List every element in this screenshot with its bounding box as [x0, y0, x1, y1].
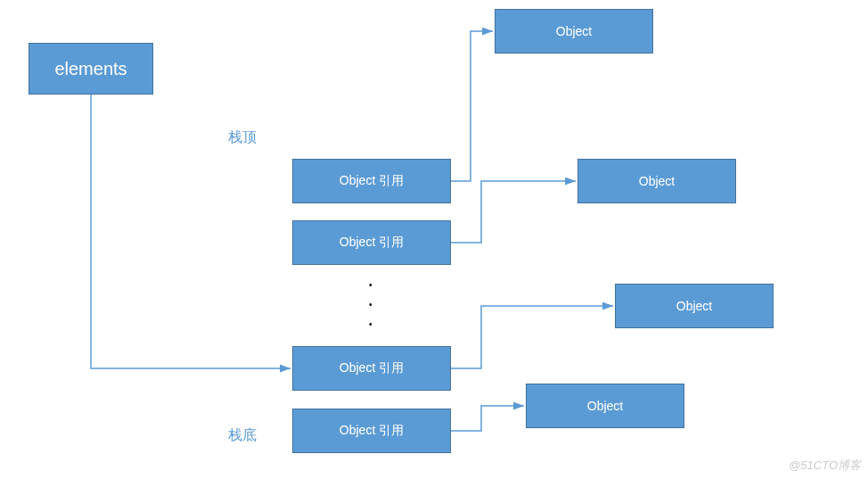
- object-node-1-text: Object: [556, 24, 592, 38]
- object-node-3: Object: [615, 284, 774, 328]
- elements-node: elements: [29, 43, 153, 95]
- object-node-1: Object: [495, 9, 653, 54]
- stack-top-label: 栈顶: [228, 128, 257, 147]
- stack-ref-4-text: Object 引用: [340, 423, 404, 439]
- object-node-2-text: Object: [639, 174, 675, 188]
- object-node-2: Object: [577, 159, 736, 203]
- object-node-4-text: Object: [587, 399, 623, 413]
- watermark: @51CTO博客: [789, 458, 861, 474]
- stack-bottom-label: 栈底: [228, 426, 257, 445]
- stack-ref-3: Object 引用: [292, 346, 451, 391]
- stack-ref-1: Object 引用: [292, 159, 451, 203]
- stack-ref-3-text: Object 引用: [340, 360, 404, 376]
- ellipsis-dot: •: [369, 319, 373, 329]
- stack-ref-4: Object 引用: [292, 409, 451, 453]
- stack-ref-1-text: Object 引用: [340, 173, 404, 189]
- elements-node-text: elements: [54, 59, 127, 79]
- object-node-4: Object: [526, 384, 684, 428]
- ellipsis-dot: •: [369, 300, 373, 310]
- object-node-3-text: Object: [676, 299, 712, 313]
- ellipsis-dot: •: [369, 280, 373, 290]
- stack-ref-2-text: Object 引用: [340, 235, 404, 251]
- stack-ref-2: Object 引用: [292, 220, 451, 265]
